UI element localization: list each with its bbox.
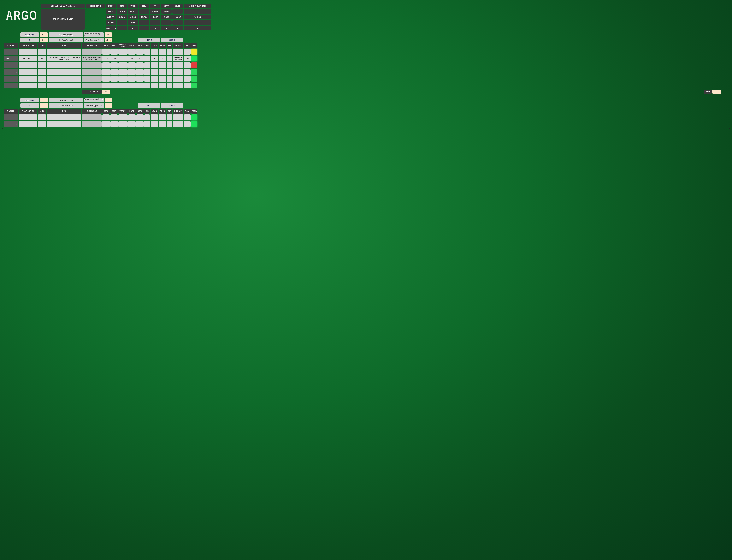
reps-cell[interactable] bbox=[102, 114, 110, 120]
reps-cell[interactable] bbox=[102, 69, 110, 75]
cardio-sat[interactable]: - bbox=[172, 20, 183, 25]
s1-rir-cell[interactable] bbox=[144, 62, 150, 68]
checklist-cell[interactable] bbox=[173, 121, 183, 127]
split-wed[interactable] bbox=[139, 9, 149, 14]
split-fri[interactable]: ARMS bbox=[161, 9, 172, 14]
minutes-tue[interactable]: 15 bbox=[128, 26, 138, 30]
s1-rir-cell[interactable] bbox=[144, 69, 150, 75]
rest-cell[interactable] bbox=[110, 49, 118, 55]
notes-cell[interactable] bbox=[19, 62, 37, 68]
s2-reps-cell[interactable] bbox=[159, 49, 166, 55]
tips-cell[interactable] bbox=[47, 49, 81, 55]
notes-cell[interactable] bbox=[19, 49, 37, 55]
link-cell[interactable] bbox=[38, 83, 46, 88]
recovered-value[interactable]: 4↓ bbox=[40, 32, 48, 37]
s1-rir-cell[interactable]: 1 bbox=[144, 56, 150, 61]
link-cell[interactable] bbox=[38, 49, 46, 55]
reps-cell[interactable] bbox=[102, 62, 110, 68]
checklist-cell[interactable] bbox=[173, 69, 183, 75]
s1-load-cell[interactable] bbox=[128, 69, 136, 75]
s2-load-cell[interactable]: 45 bbox=[151, 56, 158, 61]
reps-cell[interactable] bbox=[102, 121, 110, 127]
warmup-cell[interactable] bbox=[118, 121, 128, 127]
s2-load-cell[interactable] bbox=[151, 69, 158, 75]
exercise-cell[interactable]: ↓ bbox=[82, 76, 102, 82]
checklist-cell[interactable] bbox=[173, 76, 183, 82]
client-name[interactable]: CLIENT NAME bbox=[41, 9, 85, 30]
notes-cell[interactable] bbox=[19, 121, 37, 127]
warmup-cell[interactable]: 3 bbox=[118, 56, 128, 61]
tips-cell[interactable] bbox=[47, 114, 81, 120]
readiness-value-2[interactable]: ↓ bbox=[40, 103, 48, 108]
link-cell[interactable] bbox=[38, 114, 46, 120]
warmup-cell[interactable] bbox=[118, 69, 128, 75]
minutes-wed[interactable]: - bbox=[139, 26, 149, 30]
warmup-cell[interactable] bbox=[118, 83, 128, 88]
s1-reps-cell[interactable] bbox=[136, 62, 144, 68]
ton-cell[interactable] bbox=[184, 121, 191, 127]
muscle-cell[interactable]: ↓ bbox=[4, 121, 18, 127]
split-mon[interactable]: PUSH bbox=[117, 9, 127, 14]
muscle-cell[interactable]: ↓ bbox=[4, 49, 18, 55]
link-cell[interactable] bbox=[38, 62, 46, 68]
cardio-mon[interactable]: - bbox=[117, 20, 127, 25]
s2-rir-cell[interactable] bbox=[167, 62, 172, 68]
split-thu[interactable]: LEGS bbox=[150, 9, 160, 14]
exercise-cell[interactable]: ↓ bbox=[82, 49, 102, 55]
s1-load-cell[interactable] bbox=[128, 83, 136, 88]
s1-rir-cell[interactable] bbox=[144, 83, 150, 88]
s2-reps-cell[interactable] bbox=[159, 83, 166, 88]
tips-cell[interactable] bbox=[47, 83, 81, 88]
s1-rir-cell[interactable] bbox=[144, 114, 150, 120]
checklist-cell[interactable] bbox=[173, 83, 183, 88]
rest-cell[interactable]: 2-3 MIN bbox=[110, 56, 118, 61]
steps-sat[interactable]: 10,000 bbox=[172, 15, 183, 19]
prev-activity-value[interactable]: NO↓ bbox=[105, 32, 112, 37]
s2-load-cell[interactable] bbox=[151, 114, 158, 120]
warmup-cell[interactable] bbox=[118, 49, 128, 55]
s2-reps-cell[interactable] bbox=[159, 62, 166, 68]
s1-reps-cell[interactable] bbox=[136, 114, 144, 120]
link-cell[interactable] bbox=[38, 121, 46, 127]
s1-reps-cell[interactable] bbox=[136, 76, 144, 82]
rest-cell[interactable] bbox=[110, 69, 118, 75]
s1-load-cell[interactable] bbox=[128, 121, 136, 127]
reps-cell[interactable] bbox=[102, 76, 110, 82]
cardio-thu[interactable]: - bbox=[150, 20, 160, 25]
muscle-cell[interactable]: ↓ bbox=[4, 76, 18, 82]
warmup-cell[interactable] bbox=[118, 76, 128, 82]
exercise-cell[interactable]: ↓ bbox=[82, 114, 102, 120]
ton-cell[interactable] bbox=[184, 114, 191, 120]
rest-cell[interactable] bbox=[110, 62, 118, 68]
muscle-cell[interactable]: ↓ bbox=[4, 114, 18, 120]
link-cell[interactable] bbox=[38, 76, 46, 82]
tips-cell[interactable]: ROW TRYING TO REACH YOUR HIP WITH YOUR E… bbox=[47, 56, 81, 61]
ton-cell[interactable] bbox=[184, 83, 191, 88]
rpe-value[interactable]: ↓ bbox=[712, 90, 721, 94]
s2-reps-cell[interactable]: 9 bbox=[159, 56, 166, 61]
s2-reps-cell[interactable] bbox=[159, 121, 166, 127]
muscle-cell[interactable]: ↓ bbox=[4, 62, 18, 68]
checklist-cell[interactable] bbox=[173, 62, 183, 68]
tips-cell[interactable] bbox=[47, 121, 81, 127]
split-tue[interactable]: PULL bbox=[128, 9, 138, 14]
ton-cell[interactable] bbox=[184, 62, 191, 68]
s1-reps-cell[interactable] bbox=[136, 69, 144, 75]
split-sun[interactable] bbox=[184, 9, 211, 14]
rest-cell[interactable] bbox=[110, 76, 118, 82]
s1-load-cell[interactable] bbox=[128, 62, 136, 68]
prev-activity-value-2[interactable]: ↓ bbox=[105, 98, 112, 102]
s2-load-cell[interactable] bbox=[151, 62, 158, 68]
tips-cell[interactable] bbox=[47, 76, 81, 82]
steps-mon[interactable]: 6,000 bbox=[117, 15, 127, 19]
cardio-tue[interactable]: BIKE bbox=[128, 20, 138, 25]
another-gym-value[interactable]: NO↓ bbox=[105, 38, 112, 42]
muscle-cell[interactable]: LATS↓ bbox=[4, 56, 18, 61]
s1-load-cell[interactable] bbox=[128, 76, 136, 82]
s2-load-cell[interactable] bbox=[151, 121, 158, 127]
s2-reps-cell[interactable] bbox=[159, 114, 166, 120]
exercise-cell[interactable]: ↓ bbox=[82, 69, 102, 75]
s2-load-cell[interactable] bbox=[151, 76, 158, 82]
cardio-fri[interactable]: - bbox=[161, 20, 172, 25]
s1-load-cell[interactable] bbox=[128, 114, 136, 120]
